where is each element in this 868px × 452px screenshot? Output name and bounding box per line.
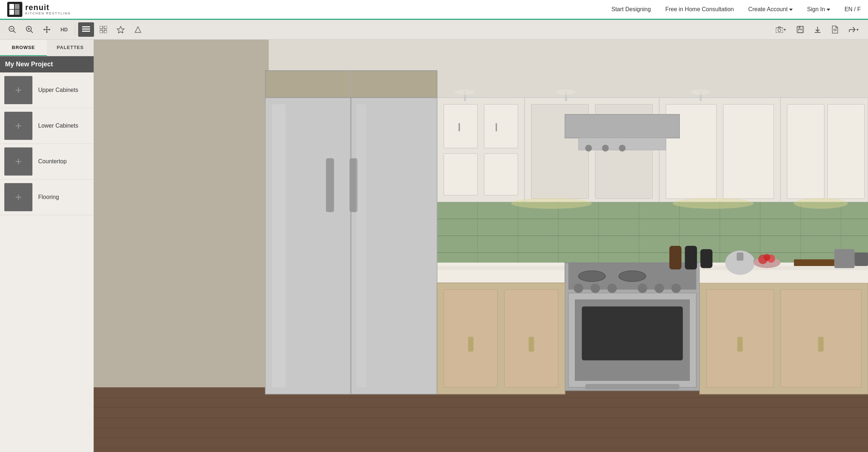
svg-point-88 bbox=[578, 271, 605, 282]
main-layout: BROWSE PALETTES My New Project + Upper C… bbox=[0, 40, 868, 452]
svg-point-77 bbox=[673, 198, 753, 209]
flooring-label: Flooring bbox=[38, 194, 59, 200]
toolbar-right: ▼ bbox=[771, 22, 864, 37]
tab-palettes[interactable]: PALETTES bbox=[47, 40, 94, 56]
grid-view-icon bbox=[100, 26, 107, 33]
nav-links: Start Designing Free in Home Consultatio… bbox=[612, 6, 861, 13]
svg-marker-24 bbox=[117, 26, 124, 33]
favorites-button[interactable] bbox=[113, 22, 129, 37]
share-dropdown-arrow: ▼ bbox=[856, 28, 859, 32]
flooring-thumb: + bbox=[4, 183, 32, 211]
svg-rect-29 bbox=[798, 30, 802, 32]
list-view-button[interactable] bbox=[78, 22, 94, 37]
svg-line-6 bbox=[13, 31, 15, 33]
move-button[interactable] bbox=[39, 22, 55, 37]
save-icon bbox=[797, 26, 804, 33]
svg-point-137 bbox=[764, 254, 770, 261]
toolbar-separator-1 bbox=[75, 24, 75, 35]
download-button[interactable] bbox=[810, 22, 826, 37]
camera-dropdown-arrow: ▼ bbox=[783, 28, 787, 32]
svg-point-99 bbox=[671, 284, 681, 293]
svg-rect-110 bbox=[272, 104, 285, 387]
svg-point-97 bbox=[638, 284, 647, 293]
save-button[interactable] bbox=[792, 22, 808, 37]
sidebar-items: + Upper Cabinets + Lower Cabinets + Coun… bbox=[0, 72, 94, 215]
zoom-out-button[interactable] bbox=[4, 22, 20, 37]
share-button[interactable]: ▼ bbox=[844, 22, 864, 37]
zoom-in-button[interactable] bbox=[22, 22, 37, 37]
document-button[interactable] bbox=[827, 22, 843, 37]
svg-rect-47 bbox=[444, 104, 477, 148]
kitchen-image bbox=[94, 40, 868, 452]
camera-button[interactable]: ▼ bbox=[771, 22, 791, 37]
svg-rect-60 bbox=[787, 104, 824, 199]
svg-point-84 bbox=[602, 145, 609, 152]
svg-point-89 bbox=[619, 271, 646, 282]
countertop-thumb: + bbox=[4, 147, 32, 176]
svg-rect-18 bbox=[82, 28, 90, 30]
svg-point-26 bbox=[778, 29, 781, 32]
svg-rect-19 bbox=[82, 31, 90, 32]
sidebar-item-flooring[interactable]: + Flooring bbox=[0, 180, 94, 215]
shape-tool-button[interactable] bbox=[130, 22, 146, 37]
hd-button[interactable]: HD bbox=[56, 22, 72, 37]
countertop-label: Countertop bbox=[38, 158, 67, 165]
svg-rect-21 bbox=[104, 26, 107, 29]
lower-cabinets-thumb: + bbox=[4, 112, 32, 140]
svg-point-143 bbox=[690, 89, 710, 95]
svg-rect-131 bbox=[835, 249, 855, 268]
nav-consultation[interactable]: Free in Home Consultation bbox=[665, 6, 734, 13]
svg-rect-49 bbox=[444, 154, 477, 195]
download-icon bbox=[814, 26, 821, 33]
svg-rect-127 bbox=[700, 249, 712, 268]
logo-icon bbox=[7, 2, 22, 17]
svg-rect-48 bbox=[484, 104, 518, 148]
svg-marker-15 bbox=[43, 28, 45, 31]
svg-marker-13 bbox=[46, 26, 48, 27]
nav-language[interactable]: EN / F bbox=[845, 6, 861, 13]
svg-point-94 bbox=[574, 284, 583, 293]
toolbar: HD bbox=[0, 20, 868, 40]
svg-rect-121 bbox=[818, 337, 824, 351]
nav-create-account[interactable]: Create Account bbox=[748, 6, 792, 13]
sidebar-item-countertop[interactable]: + Countertop bbox=[0, 144, 94, 180]
svg-marker-14 bbox=[46, 32, 48, 33]
sidebar-item-lower-cabinets[interactable]: + Lower Cabinets bbox=[0, 108, 94, 144]
svg-rect-126 bbox=[685, 246, 697, 269]
svg-rect-58 bbox=[723, 104, 774, 199]
tab-browse[interactable]: BROWSE bbox=[0, 40, 47, 56]
svg-rect-92 bbox=[582, 306, 683, 360]
svg-rect-62 bbox=[437, 202, 868, 262]
svg-rect-50 bbox=[484, 154, 518, 195]
svg-rect-23 bbox=[104, 30, 107, 33]
lower-cabinets-label: Lower Cabinets bbox=[38, 123, 78, 129]
svg-rect-129 bbox=[737, 253, 743, 261]
svg-rect-115 bbox=[468, 337, 473, 351]
document-icon bbox=[832, 26, 838, 34]
kitchen-scene-svg bbox=[94, 40, 868, 452]
list-view-icon bbox=[82, 26, 90, 33]
logo-text: renuit KITCHEN RESTYLING bbox=[25, 4, 71, 15]
svg-point-142 bbox=[556, 89, 576, 95]
sidebar-item-upper-cabinets[interactable]: + Upper Cabinets bbox=[0, 72, 94, 108]
svg-rect-20 bbox=[100, 26, 103, 29]
svg-line-10 bbox=[31, 31, 33, 33]
star-icon bbox=[117, 26, 125, 33]
sidebar: BROWSE PALETTES My New Project + Upper C… bbox=[0, 40, 94, 452]
nav-start-designing[interactable]: Start Designing bbox=[612, 6, 651, 13]
svg-rect-132 bbox=[855, 253, 868, 266]
upper-cabinets-label: Upper Cabinets bbox=[38, 87, 78, 93]
grid-view-button[interactable] bbox=[95, 22, 111, 37]
upper-cabinets-thumb: + bbox=[4, 76, 32, 104]
chevron-down-icon bbox=[827, 9, 830, 11]
shape-tool-icon bbox=[134, 26, 142, 33]
svg-rect-111 bbox=[356, 104, 366, 387]
top-navigation: renuit KITCHEN RESTYLING Start Designing… bbox=[0, 0, 868, 20]
add-icon: + bbox=[15, 84, 22, 96]
logo[interactable]: renuit KITCHEN RESTYLING bbox=[7, 2, 71, 17]
chevron-down-icon bbox=[789, 9, 793, 11]
svg-marker-16 bbox=[49, 28, 50, 31]
svg-point-76 bbox=[511, 198, 592, 209]
hd-label: HD bbox=[61, 27, 68, 32]
nav-sign-in[interactable]: Sign In bbox=[807, 6, 830, 13]
